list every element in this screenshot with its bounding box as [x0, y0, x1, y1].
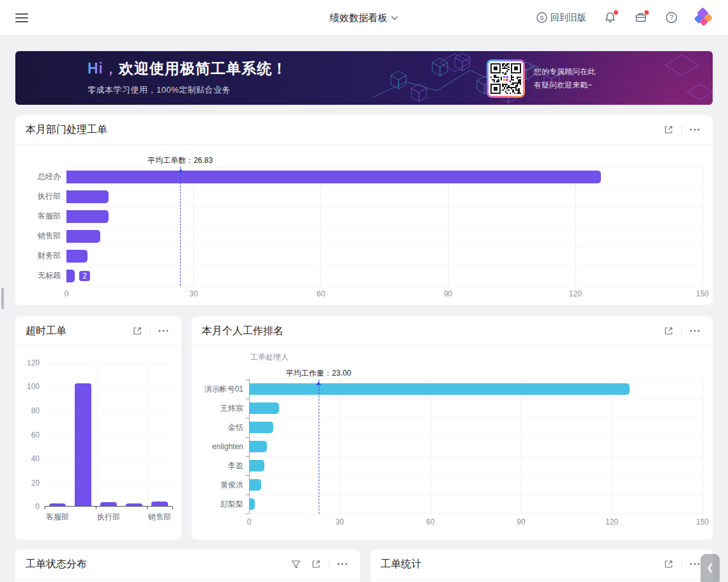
bar[interactable] — [249, 498, 255, 510]
bar[interactable] — [75, 383, 91, 506]
chart-plot-area: 演示帐号01王炜宸金恬enlighten李盈黄俊洪彭梨梨 — [202, 379, 702, 514]
bar-row — [66, 226, 702, 246]
page-title: 绩效数据看板 — [330, 12, 388, 24]
banner-text: Hi，欢迎使用极简工单系统！ 零成本学习使用，100%定制贴合业务 — [87, 59, 287, 96]
workbench-briefcase-icon[interactable] — [633, 11, 648, 25]
bar[interactable] — [249, 441, 267, 452]
card-title: 本月个人工作排名 — [202, 325, 661, 338]
bars-layer — [45, 363, 172, 506]
average-dashed-line — [180, 167, 181, 286]
x-tick-label: 120 — [605, 517, 618, 526]
average-line-label: 平均工作量：23.00 — [286, 368, 351, 379]
expand-icon[interactable] — [308, 556, 324, 572]
bar[interactable] — [49, 503, 66, 506]
y-tick-label: 20 — [31, 479, 40, 487]
dashboard-title-dropdown[interactable]: 绩效数据看板 — [330, 0, 398, 36]
bar[interactable] — [66, 270, 75, 282]
bar[interactable] — [66, 250, 87, 263]
axis-tick — [96, 507, 96, 509]
x-tick-label: 0 — [64, 289, 69, 298]
bar-row — [66, 167, 702, 187]
axis-tick — [172, 507, 173, 509]
filter-icon[interactable] — [288, 556, 303, 572]
more-menu-icon[interactable] — [335, 556, 350, 572]
bars-layer — [249, 379, 702, 514]
expand-icon[interactable] — [661, 556, 676, 572]
expand-icon[interactable] — [661, 122, 676, 137]
top-bar: 绩效数据看板 S 回到旧版 — [0, 0, 728, 36]
gridline — [702, 379, 703, 514]
card-header: 工单统计 — [370, 549, 713, 579]
notification-badge — [614, 10, 618, 15]
legacy-version-icon: S — [536, 12, 547, 23]
category-label: 王炜宸 — [202, 399, 249, 418]
chevron-down-icon — [391, 16, 398, 20]
help-icon[interactable]: ? — [664, 11, 678, 25]
bar[interactable] — [66, 190, 109, 203]
category-label: 演示帐号01 — [202, 379, 249, 399]
bar[interactable] — [249, 383, 630, 395]
y-tick-label: 80 — [31, 406, 40, 415]
bar[interactable] — [66, 210, 109, 223]
y-tick-label: 60 — [31, 431, 40, 440]
bar-row — [249, 437, 702, 456]
x-category-label: 执行部 — [96, 512, 121, 523]
row-separator — [249, 514, 702, 514]
hamburger-menu-icon[interactable] — [15, 13, 28, 22]
bar[interactable] — [249, 479, 261, 491]
plot-grid: 2 — [66, 167, 702, 286]
bar[interactable] — [151, 502, 168, 506]
more-menu-icon[interactable] — [156, 323, 171, 339]
divider — [681, 125, 682, 134]
card-status-distribution: 工单状态分布 — [15, 549, 360, 582]
bars-layer: 2 — [66, 167, 702, 286]
x-category-label — [70, 512, 96, 523]
back-to-old-version-button[interactable]: S 回到旧版 — [536, 12, 586, 24]
bar[interactable] — [249, 402, 279, 414]
dept-bar-chart: 平均工单数：26.83总经办执行部客服部销售部财务部无标题20306090120… — [15, 145, 713, 303]
bar[interactable] — [126, 503, 142, 506]
bar[interactable] — [66, 171, 601, 183]
x-tick-label: 90 — [517, 517, 525, 526]
expand-icon[interactable] — [661, 323, 676, 339]
welcome-banner: Hi，欢迎使用极简工单系统！ 零成本学习使用，100%定制贴合业务 您的专属顾问… — [15, 51, 713, 105]
category-label: 销售部 — [26, 226, 66, 246]
collapse-panel-handle[interactable]: ❮ — [701, 554, 720, 582]
x-axis: 客服部执行部销售部 — [24, 512, 172, 523]
y-axis: 120100806040200 — [24, 363, 45, 507]
overtime-bar-chart: 120100806040200客服部执行部销售部 — [15, 346, 181, 529]
bar[interactable] — [66, 230, 100, 243]
bar-slot — [121, 363, 147, 506]
bar-row — [249, 456, 702, 475]
more-menu-icon[interactable] — [687, 323, 702, 339]
bar[interactable] — [249, 422, 273, 433]
card-header: 本月个人工作排名 — [192, 316, 713, 346]
gridline — [702, 167, 703, 286]
card-header: 工单状态分布 — [15, 549, 360, 579]
x-category-label: 客服部 — [45, 512, 70, 523]
bar[interactable] — [249, 460, 264, 471]
question-circle-icon: ? — [665, 11, 678, 24]
card-dept-workorders: 本月部门处理工单 平均工单数：26.83总经办执行部客服部销售部财务部无标题20… — [15, 115, 713, 305]
bar-slot — [70, 363, 96, 506]
expand-icon[interactable] — [130, 323, 145, 339]
x-tick-label: 150 — [696, 517, 709, 526]
y-tick-label: 120 — [27, 358, 40, 367]
personal-bar-chart: 工单处理人平均工作量：23.00演示帐号01王炜宸金恬enlighten李盈黄俊… — [192, 346, 713, 532]
axis-tick — [246, 514, 249, 514]
bar-row — [66, 246, 702, 266]
app-logo[interactable] — [695, 9, 713, 27]
more-menu-icon[interactable] — [687, 122, 702, 137]
banner-qr-block: 您的专属顾问在此 有疑问欢迎来戳~ — [487, 59, 595, 98]
page-scrollbar-thumb[interactable] — [1, 287, 4, 309]
bar-row — [66, 187, 702, 206]
category-label: 彭梨梨 — [202, 494, 249, 514]
bar-slot — [45, 363, 70, 506]
x-category-label: 销售部 — [147, 512, 172, 523]
bar-row — [66, 206, 702, 226]
bar[interactable] — [100, 502, 117, 506]
bar-slot — [147, 363, 172, 506]
notifications-bell-icon[interactable] — [603, 11, 617, 25]
average-dashed-line — [319, 379, 319, 514]
category-label: 黄俊洪 — [202, 475, 249, 494]
